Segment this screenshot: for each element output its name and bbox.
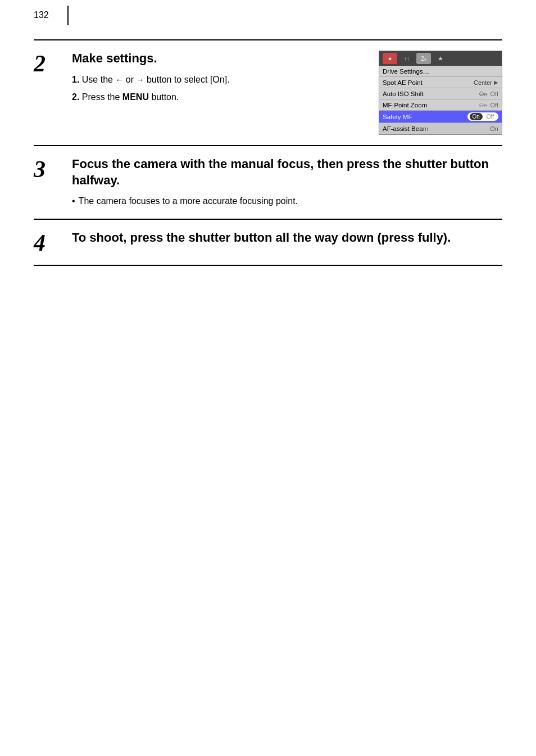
toggle-on-label: On [470,113,483,120]
step-3-title: Focus the camera with the manual focus, … [72,156,502,188]
menu-row-drive: Drive Settings… [379,66,502,77]
step-2-title: Make settings. [72,51,367,67]
menu-tab-star: ★ [433,53,448,64]
menu-row-auto-iso-label: Auto ISO Shift [383,90,479,97]
step-2-content: Make settings. 1. Use the ← or → button … [67,51,502,135]
menu-tab-active: 2₀ [416,53,431,64]
menu-row-spot-ae-label: Spot AE Point [383,79,474,86]
step-2-instruction-2: 2. Press the MENU button. [72,90,367,105]
menu-row-auto-iso: Auto ISO Shift On Off [379,88,502,99]
step-4-number: 4 [34,230,67,255]
menu-row-auto-iso-value: On Off [479,90,498,97]
menu-rows: Drive Settings… Spot AE Point Center ▶ A… [379,66,502,134]
toggle-off-label: Off [484,113,496,120]
camera-menu-screenshot: ● ↑↑ 2₀ ★ Drive Settings… Spot AE Point … [379,51,502,135]
menu-row-mf-zoom: MF-Point Zoom On Off [379,99,502,111]
step-2-row: 2 Make settings. 1. Use the ← or → butto… [34,39,502,145]
step-4-row: 4 To shoot, press the shutter button all… [34,219,502,266]
menu-row-af-assist-label: AF-assist Beam [383,125,490,132]
page-number: 132 [34,10,49,20]
step-2-body: 1. Use the ← or → button to select [On].… [72,73,367,105]
menu-row-drive-label: Drive Settings… [383,68,498,75]
step-2-instruction-1: 1. Use the ← or → button to select [On]. [72,73,367,87]
step-2-number: 2 [34,51,67,75]
step-3-content: Focus the camera with the manual focus, … [67,156,502,209]
menu-tab-settings: ↑↑ [399,53,414,64]
menu-row-af-assist-value: On [490,125,498,132]
menu-row-safety-mf: Safety MF On Off [379,111,502,123]
step-2-text: Make settings. 1. Use the ← or → button … [72,51,367,108]
step-2-num-1: 1. [72,75,79,84]
menu-row-safety-mf-label: Safety MF [383,114,467,120]
step-2-num-2: 2. [72,92,79,102]
menu-tab-bar: ● ↑↑ 2₀ ★ [379,51,502,66]
step-4-title: To shoot, press the shutter button all t… [72,230,502,246]
left-arrow: ← [115,74,123,86]
page-number-divider [67,6,69,25]
menu-row-af-assist: AF-assist Beam On [379,123,502,134]
safety-mf-toggle: On Off [467,112,499,121]
menu-row-spot-ae-value: Center ▶ [474,79,498,86]
step-3-body: The camera focuses to a more accurate fo… [72,194,502,209]
menu-row-safety-mf-value: On Off [467,112,499,121]
step-3-bullet: The camera focuses to a more accurate fo… [72,194,502,209]
center-arrow: ▶ [494,79,498,85]
content-area: 2 Make settings. 1. Use the ← or → butto… [34,39,502,266]
right-arrow: → [137,74,144,86]
menu-label: MENU [122,92,149,102]
step-4-content: To shoot, press the shutter button all t… [67,230,502,252]
menu-row-spot-ae: Spot AE Point Center ▶ [379,77,502,88]
menu-row-mf-zoom-value: On Off [479,102,498,108]
menu-tab-camera: ● [383,53,397,64]
menu-row-mf-zoom-label: MF-Point Zoom [383,102,479,108]
step-3-row: 3 Focus the camera with the manual focus… [34,145,502,219]
step-3-number: 3 [34,156,67,181]
